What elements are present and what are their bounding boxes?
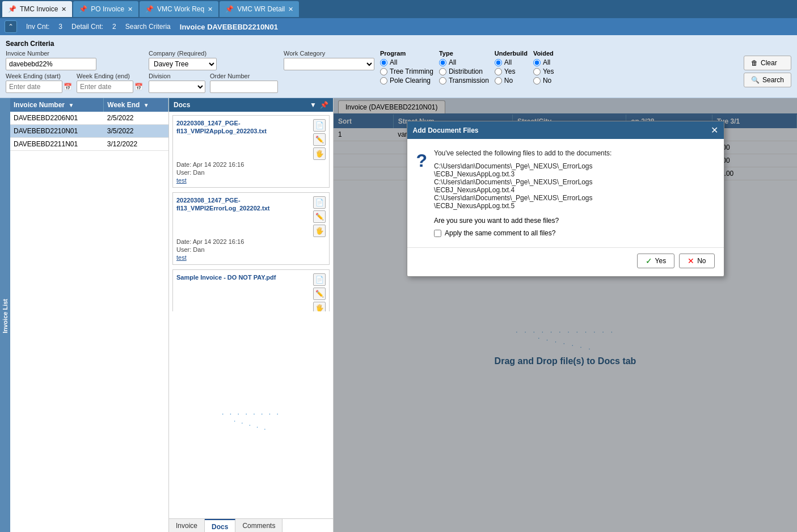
same-comment-checkbox[interactable] [434, 230, 441, 237]
underbuild-all-option[interactable]: All [495, 58, 528, 66]
voided-label: Voided [533, 50, 554, 57]
program-pole-clearing-option[interactable]: Pole Clearing [380, 77, 433, 85]
program-label: Program [380, 50, 433, 57]
docs-tab-comments[interactable]: Comments [235, 519, 282, 532]
order-number-input[interactable] [210, 81, 278, 93]
docs-tab-invoice[interactable]: Invoice [169, 519, 205, 532]
program-pole-clearing-radio[interactable] [380, 77, 387, 85]
modal-close-button[interactable]: ✕ [711, 125, 718, 136]
docs-pin-icon[interactable]: 📌 [320, 101, 328, 109]
voided-no-radio[interactable] [533, 77, 541, 85]
tab-bar: 📌 TMC Invoice ✕ 📌 PO Invoice ✕ 📌 VMC Wor… [0, 0, 797, 18]
underbuild-yes-radio[interactable] [495, 68, 502, 75]
docs-filter-icon[interactable]: ▼ [310, 101, 317, 109]
underbuild-yes-option[interactable]: Yes [495, 67, 528, 75]
add-document-modal: Add Document Files ✕ ? You've selected t… [407, 121, 724, 277]
doc-upload-btn[interactable]: 📄 [313, 119, 326, 132]
week-end-cell: 3/5/2022 [104, 125, 168, 138]
tab-po-invoice[interactable]: 📌 PO Invoice ✕ [73, 1, 138, 17]
doc-comment[interactable]: test [176, 254, 326, 261]
voided-all-radio[interactable] [533, 59, 541, 66]
tab-vmc-work-req[interactable]: 📌 VMC Work Req ✕ [140, 1, 218, 17]
program-all-radio[interactable] [380, 59, 387, 66]
modal-icon-row: ? You've selected the following files to… [416, 148, 715, 237]
doc-edit-btn[interactable]: ✏️ [313, 210, 326, 223]
search-icon: 🔍 [751, 76, 760, 84]
col-week-header[interactable]: Week End ▼ [104, 98, 168, 112]
doc-edit-btn[interactable]: ✏️ [313, 133, 326, 146]
col-invoice-header[interactable]: Invoice Number ▼ [10, 98, 104, 112]
division-group: Division [149, 73, 205, 93]
tab-vmc-wr-detail[interactable]: 📌 VMC WR Detail ✕ [220, 1, 299, 17]
type-distribution-radio[interactable] [439, 68, 446, 75]
program-tree-trimming-option[interactable]: Tree Trimming [380, 67, 433, 75]
tab-vmc-work-req-close[interactable]: ✕ [208, 6, 213, 13]
doc-edit-btn[interactable]: ✏️ [313, 288, 326, 300]
voided-all-option[interactable]: All [533, 58, 554, 66]
clear-button[interactable]: 🗑 Clear [744, 56, 791, 70]
tab-vmc-wr-detail-close[interactable]: ✕ [288, 6, 293, 13]
underbuild-no-option[interactable]: No [495, 77, 528, 85]
week-end-label: Week Ending (end) [77, 73, 143, 79]
search-button[interactable]: 🔍 Search [744, 73, 791, 87]
calendar-start-icon[interactable]: 📅 [64, 83, 72, 91]
program-tree-trimming-radio[interactable] [380, 68, 387, 75]
doc-delete-btn[interactable]: 🖐 [313, 225, 326, 237]
doc-delete-btn[interactable]: 🖐 [313, 302, 326, 311]
week-start-group: Week Ending (start) 📅 [6, 73, 72, 93]
type-all-radio[interactable] [439, 59, 446, 66]
yes-button[interactable]: ✓ Yes [637, 254, 675, 268]
doc-delete-btn[interactable]: 🖐 [313, 147, 326, 160]
tab-po-invoice-close[interactable]: ✕ [128, 6, 133, 13]
doc-name: 20220308_1247_PGE-fI13_VMPI2ErrorLog_202… [176, 196, 310, 213]
type-label: Type [439, 50, 489, 57]
company-select[interactable]: Davey Tree [149, 58, 217, 70]
docs-header: Docs ▼ 📌 [169, 98, 333, 112]
division-label: Division [149, 73, 205, 79]
underbuild-all-radio[interactable] [495, 59, 502, 66]
docs-tab-docs[interactable]: Docs [205, 519, 235, 532]
invoice-row[interactable]: DAVEBEBD2210N013/5/2022 [10, 125, 168, 138]
type-transmission-radio[interactable] [439, 77, 446, 85]
voided-no-option[interactable]: No [533, 77, 554, 85]
week-start-label: Week Ending (start) [6, 73, 72, 79]
doc-user: User: Dan [176, 246, 326, 253]
calendar-end-icon[interactable]: 📅 [134, 83, 143, 91]
week-end-input[interactable] [77, 81, 133, 93]
underbuild-no-radio[interactable] [495, 77, 502, 85]
division-select[interactable] [149, 81, 205, 93]
tab-tmc-invoice[interactable]: 📌 TMC Invoice ✕ [2, 1, 72, 17]
week-start-input[interactable] [6, 81, 62, 93]
company-label: Company (Required) [149, 50, 278, 57]
tab-tmc-invoice-close[interactable]: ✕ [61, 6, 66, 13]
type-all-option[interactable]: All [439, 58, 489, 66]
inv-cnt-value: 3 [58, 23, 62, 31]
right-panel: Invoice (DAVEBEBD2210N01) Sort Street Nu… [334, 98, 797, 532]
program-all-option[interactable]: All [380, 58, 433, 66]
search-criteria-label: Search Criteria [125, 23, 171, 31]
doc-comment[interactable]: test [176, 177, 326, 184]
work-category-select[interactable] [284, 58, 374, 70]
invoice-list-toggle[interactable]: Invoice List [0, 98, 10, 532]
no-button[interactable]: ✕ No [679, 254, 714, 268]
doc-upload-btn[interactable]: 📄 [313, 273, 326, 286]
modal-overlay: Add Document Files ✕ ? You've selected t… [334, 98, 797, 532]
invoice-row[interactable]: DAVEBEBD2211N013/12/2022 [10, 138, 168, 151]
type-transmission-option[interactable]: Transmission [439, 77, 489, 85]
doc-item: 20220308_1247_PGE-fI13_VMPI2AppLog_20220… [172, 115, 330, 188]
doc-name: 20220308_1247_PGE-fI13_VMPI2AppLog_20220… [176, 119, 310, 136]
doc-name: Sample Invoice - DO NOT PAY.pdf [176, 273, 310, 281]
modal-body: ? You've selected the following files to… [407, 139, 724, 243]
modal-file-3: C:\Users\dan\Documents\_Pge\_NEXUS\_Erro… [434, 194, 612, 202]
voided-yes-radio[interactable] [533, 68, 541, 75]
invoice-number-input[interactable] [6, 58, 96, 70]
doc-upload-btn[interactable]: 📄 [313, 196, 326, 209]
modal-message: You've selected the following files to a… [434, 148, 612, 159]
invoice-title: Invoice DAVEBEBD2210N01 [180, 23, 278, 31]
detail-cnt-value: 2 [112, 23, 116, 31]
main-layout: Invoice List Invoice Number ▼ Week End ▼… [0, 98, 797, 532]
nav-back-arrow[interactable]: ⌃ [5, 20, 17, 33]
invoice-row[interactable]: DAVEBEBD2206N012/5/2022 [10, 112, 168, 125]
voided-yes-option[interactable]: Yes [533, 67, 554, 75]
type-distribution-option[interactable]: Distribution [439, 67, 489, 75]
